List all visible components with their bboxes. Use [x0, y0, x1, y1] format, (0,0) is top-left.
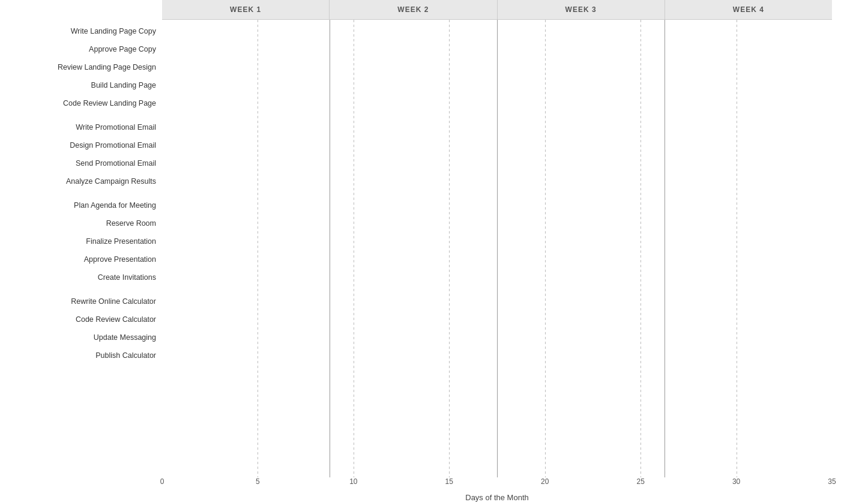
x-tick: 25 [636, 477, 644, 486]
task-label: Code Review Calculator [76, 315, 156, 324]
week-header-3: WEEK 3 [498, 0, 665, 19]
task-label-row: Update Messaging [0, 328, 156, 346]
x-axis-ticks: 05101520253035 [162, 477, 832, 491]
task-label-group-3: Rewrite Online CalculatorCode Review Cal… [0, 292, 156, 364]
gantt-bar-row [162, 232, 832, 250]
gantt-group-3 [162, 292, 832, 364]
task-label: Build Landing Page [91, 81, 156, 89]
task-label: Publish Calculator [95, 351, 156, 360]
gantt-bar-row [162, 76, 832, 94]
task-label-group-1: Write Promotional EmailDesign Promotiona… [0, 118, 156, 190]
task-label-row: Write Promotional Email [0, 118, 156, 136]
task-label-row: Reserve Room [0, 214, 156, 232]
task-label: Design Promotional Email [70, 141, 156, 150]
x-tick: 10 [349, 477, 357, 486]
task-label: Code Review Landing Page [63, 99, 156, 107]
task-label: Update Messaging [94, 333, 156, 342]
gantt-bar-row [162, 328, 832, 346]
task-label: Write Landing Page Copy [71, 27, 156, 35]
gantt-bar-row [162, 214, 832, 232]
gantt-bar-row [162, 118, 832, 136]
gantt-bar-row [162, 196, 832, 214]
gantt-bar-row [162, 136, 832, 154]
task-labels-column: Write Landing Page CopyApprove Page Copy… [0, 20, 162, 477]
gantt-column [162, 20, 832, 477]
x-tick: 5 [256, 477, 260, 486]
gantt-bar-row [162, 250, 832, 268]
task-label-row: Plan Agenda for Meeting [0, 196, 156, 214]
gantt-group-0 [162, 22, 832, 112]
task-label: Write Promotional Email [76, 123, 156, 132]
task-label: Reserve Room [106, 219, 156, 228]
gantt-bar-row [162, 94, 832, 112]
gantt-bar-row [162, 22, 832, 40]
gantt-group-2 [162, 196, 832, 286]
task-label: Approve Presentation [84, 255, 156, 264]
task-label: Finalize Presentation [86, 237, 156, 246]
gantt-bar-row [162, 292, 832, 310]
gantt-bar-row [162, 40, 832, 58]
task-label-row: Publish Calculator [0, 346, 156, 364]
task-label: Create Invitations [98, 273, 156, 282]
task-label-row: Write Landing Page Copy [0, 22, 156, 40]
x-tick: 30 [732, 477, 740, 486]
task-label-row: Code Review Landing Page [0, 94, 156, 112]
task-label-row: Rewrite Online Calculator [0, 292, 156, 310]
week-header-1: WEEK 1 [162, 0, 330, 19]
task-label: Send Promotional Email [76, 159, 156, 168]
task-label-row: Approve Page Copy [0, 40, 156, 58]
gantt-bar-row [162, 346, 832, 364]
task-label-row: Approve Presentation [0, 250, 156, 268]
task-label-row: Create Invitations [0, 268, 156, 286]
task-label-group-0: Write Landing Page CopyApprove Page Copy… [0, 22, 156, 112]
task-label: Plan Agenda for Meeting [74, 201, 156, 210]
task-label-row: Design Promotional Email [0, 136, 156, 154]
gantt-bar-row [162, 58, 832, 76]
task-label-row: Build Landing Page [0, 76, 156, 94]
x-tick: 0 [160, 477, 164, 486]
task-label-row: Review Landing Page Design [0, 58, 156, 76]
task-label: Rewrite Online Calculator [71, 297, 156, 306]
x-tick: 15 [445, 477, 453, 486]
gantt-bar-row [162, 154, 832, 172]
chart-container: WEEK 1WEEK 2WEEK 3WEEK 4 Write Landing P… [0, 0, 868, 502]
task-label: Review Landing Page Design [58, 63, 156, 71]
task-label-row: Finalize Presentation [0, 232, 156, 250]
x-tick: 20 [541, 477, 549, 486]
gantt-bar-row [162, 310, 832, 328]
x-axis-label: Days of the Month [162, 493, 832, 502]
week-header-4: WEEK 4 [665, 0, 832, 19]
gantt-bar-row [162, 268, 832, 286]
gantt-bar-row [162, 172, 832, 190]
gantt-group-1 [162, 118, 832, 190]
task-label-row: Code Review Calculator [0, 310, 156, 328]
week-header-2: WEEK 2 [330, 0, 497, 19]
task-label-row: Analyze Campaign Results [0, 172, 156, 190]
task-label: Analyze Campaign Results [66, 177, 156, 186]
x-tick: 35 [828, 477, 836, 486]
task-label-group-2: Plan Agenda for MeetingReserve RoomFinal… [0, 196, 156, 286]
task-label: Approve Page Copy [89, 45, 156, 53]
task-label-row: Send Promotional Email [0, 154, 156, 172]
